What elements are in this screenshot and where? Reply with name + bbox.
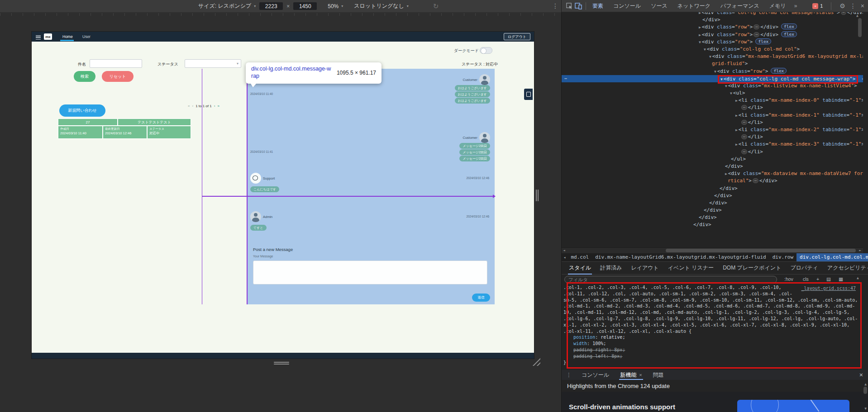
more-tabs-icon[interactable]: »	[794, 3, 797, 9]
css-property[interactable]: padding-left: 8px;	[562, 353, 863, 360]
flex-badge[interactable]: flex	[781, 24, 797, 29]
breadcrumb-item[interactable]: div.mx-name-layoutGrid6.mx-layoutgrid.mx…	[592, 253, 769, 261]
tree-line[interactable]: ▶<li class="mx-name-index-2" tabindex="-…	[562, 126, 863, 133]
tree-line[interactable]: </div>	[562, 16, 863, 24]
toggle-class-button[interactable]: cls	[803, 276, 809, 282]
tree-line[interactable]: ▶<div class="mx-dataview mx-name-dataVie…	[562, 170, 863, 177]
expand-arrow-icon[interactable]: ▶	[725, 172, 727, 176]
devtools-tab-ソース[interactable]: ソース	[651, 2, 668, 10]
breadcrumb-left-icon[interactable]: ◂	[562, 255, 568, 260]
new-inquiry-button[interactable]: 新規問い合わせ	[59, 104, 105, 117]
tree-line[interactable]: ⋯</li>	[562, 104, 863, 111]
expand-arrow-icon[interactable]: ▼	[725, 84, 727, 88]
expand-arrow-icon[interactable]: ▶	[699, 25, 701, 29]
scroll-up-icon[interactable]: ▲	[864, 382, 867, 386]
css-property-list[interactable]: position: relative;width: 100%;padding-r…	[562, 334, 863, 359]
table-cell[interactable]: 最終更新日2024/03/10 12:46	[103, 126, 147, 139]
styles-tab-スタイル[interactable]: スタイル	[564, 261, 596, 275]
tree-line[interactable]: </ul>	[562, 156, 863, 163]
scrollbar-thumb[interactable]	[666, 249, 856, 252]
viewport-width-input[interactable]: 2223	[259, 2, 283, 10]
feedback-widget-tab[interactable]	[524, 89, 533, 100]
expand-arrow-icon[interactable]: ▶	[735, 142, 738, 147]
collapsed-content-icon[interactable]: ⋯	[753, 178, 758, 183]
css-property[interactable]: width: 100%;	[562, 341, 863, 347]
expand-arrow-icon[interactable]: ▶	[735, 114, 738, 118]
viewport-height-input[interactable]: 1450	[293, 2, 317, 10]
styles-tab-プロパティ[interactable]: プロパティ	[786, 261, 822, 275]
expand-arrow-icon[interactable]: ▶	[699, 33, 701, 37]
devtools-tab-メモリ[interactable]: メモリ	[769, 2, 786, 10]
css-property[interactable]: padding-right: 8px;	[562, 347, 863, 353]
css-property[interactable]: position: relative;	[562, 334, 863, 341]
viewport-resize-handle-corner[interactable]	[532, 358, 540, 366]
viewport-resize-handle-bottom[interactable]	[274, 362, 289, 365]
tree-line[interactable]: ⋯▼<div class="col-lg col-md col message-…	[562, 75, 863, 82]
styles-tab-レイアウト[interactable]: レイアウト	[626, 261, 663, 275]
expand-arrow-icon[interactable]: ▼	[709, 55, 711, 59]
tree-line[interactable]: </div>	[562, 199, 863, 207]
close-icon[interactable]: ×	[639, 370, 642, 380]
tree-line[interactable]: ▶<li class="mx-name-index-0" tabindex="-…	[562, 97, 863, 104]
flex-badge[interactable]: flex	[771, 68, 787, 74]
flex-badge[interactable]: flex	[781, 31, 797, 37]
tree-line[interactable]: </div>	[562, 207, 863, 214]
table-cell[interactable]: 作成日2024/03/10 11:40	[58, 126, 103, 139]
devtools-tab-ネットワーク[interactable]: ネットワーク	[677, 2, 711, 10]
breadcrumb-item[interactable]: div.row	[769, 253, 796, 261]
devtools-tab-要素[interactable]: 要素	[592, 2, 603, 10]
error-badge[interactable]: × 1	[812, 3, 823, 9]
device-toolbar-menu-icon[interactable]: ⋮	[552, 2, 558, 9]
device-size-label[interactable]: サイズ: レスポンシブ	[198, 2, 251, 10]
tree-line[interactable]: ▼<div class="row">flex	[562, 68, 863, 75]
reset-button[interactable]: リセット	[102, 71, 134, 82]
status-select[interactable]: ▾	[185, 59, 241, 68]
collapsed-content-icon[interactable]: ⋯	[741, 105, 747, 110]
tree-line[interactable]: ⋯</li>	[562, 119, 863, 126]
tree-line[interactable]: </div>	[562, 214, 863, 221]
expand-arrow-icon[interactable]: ▶	[699, 12, 701, 15]
collapsed-content-icon[interactable]: ⋯	[754, 32, 759, 37]
send-button[interactable]: 送信	[472, 294, 490, 302]
tree-line[interactable]: rtical">⋯</div>	[562, 177, 863, 185]
expand-arrow-icon[interactable]: ▶	[735, 99, 738, 103]
flex-badge[interactable]: flex	[755, 38, 771, 44]
drawer-tab-問題[interactable]: 問題	[648, 370, 669, 380]
tree-line[interactable]: ▼<ul>	[562, 90, 863, 97]
expand-arrow-icon[interactable]: ▼	[714, 70, 716, 74]
tree-horizontal-scrollbar[interactable]: ◄ ►	[562, 247, 863, 254]
tree-line[interactable]: ▶<li class="mx-name-index-3" tabindex="-…	[562, 141, 863, 148]
expand-arrow-icon[interactable]: ▼	[704, 47, 706, 52]
tree-line[interactable]: </div>	[562, 192, 863, 199]
first-page-icon[interactable]: «	[188, 104, 190, 108]
tree-line[interactable]: ▶<div class="row">⋯</div>flex	[562, 31, 863, 38]
tree-line[interactable]: ⋯</li>	[562, 148, 863, 156]
nav-item-user[interactable]: User	[82, 34, 91, 39]
nav-item-home[interactable]: Home	[62, 34, 73, 39]
expand-arrow-icon[interactable]: ▼	[720, 77, 723, 81]
expand-arrow-icon[interactable]: ▶	[735, 128, 738, 132]
css-selector-list[interactable]: .col-1, .col-2, .col-3, .col-4, .col-5, …	[562, 284, 863, 334]
zoom-select[interactable]: 50%	[328, 3, 339, 9]
new-style-rule-button[interactable]: +	[816, 276, 819, 282]
table-header-row[interactable]: 27テストテストテスト	[58, 118, 191, 126]
expand-arrow-icon[interactable]: ▼	[699, 40, 701, 44]
scroll-right-icon[interactable]: ►	[859, 248, 861, 252]
tree-line[interactable]: ▼<div class="col-lg col-md col">	[562, 46, 863, 53]
toggle-hover-state-button[interactable]: :hov	[784, 276, 793, 282]
search-button[interactable]: 検索	[74, 71, 95, 82]
breadcrumb-item[interactable]: md.col	[568, 253, 592, 261]
darkmode-toggle[interactable]	[480, 47, 492, 54]
tree-vertical-scrollbar[interactable]	[858, 18, 862, 37]
collapsed-content-icon[interactable]: ⋯	[741, 149, 747, 154]
prev-page-icon[interactable]: ‹	[192, 104, 193, 108]
styles-filter-input[interactable]: フィルタ	[564, 276, 777, 283]
styles-tab-DOM ブレークポイント[interactable]: DOM ブレークポイント	[718, 261, 786, 275]
tree-line[interactable]: </div>	[562, 185, 863, 192]
tree-line[interactable]: grid-fluid">	[562, 60, 863, 67]
styles-tab-計算済み[interactable]: 計算済み	[596, 261, 626, 275]
scroll-up-icon[interactable]: ▲	[857, 276, 867, 280]
scroll-up-icon[interactable]: ▲	[856, 14, 867, 18]
tree-line[interactable]: </div>	[562, 221, 863, 228]
tree-line[interactable]: ▶<div class="col-lg col-md col message-s…	[562, 12, 863, 16]
